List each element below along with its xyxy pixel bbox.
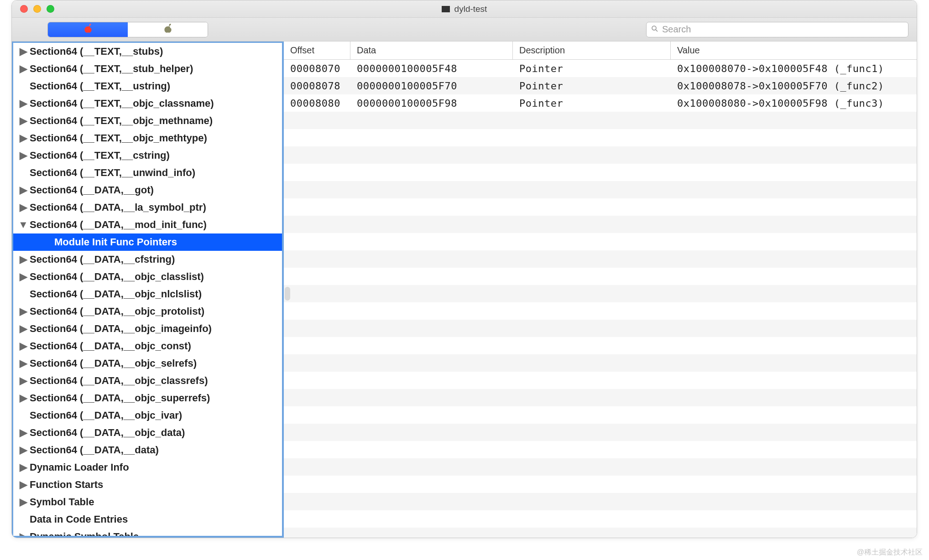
table-row-empty (284, 285, 917, 302)
table-row-empty (284, 389, 917, 406)
disclosure-right-icon[interactable]: ▶ (18, 341, 29, 351)
disclosure-right-icon[interactable]: ▶ (18, 324, 29, 334)
disclosure-right-icon[interactable]: ▶ (18, 185, 29, 195)
tree-item[interactable]: ▶Section64 (__DATA,__objc_selrefs) (13, 355, 282, 372)
tree-item[interactable]: ▼Section64 (__DATA,__mod_init_func) (13, 216, 282, 233)
disclosure-right-icon[interactable]: ▶ (18, 272, 29, 282)
disclosure-right-icon[interactable]: ▶ (18, 64, 29, 74)
tree-item-label: Data in Code Entries (29, 514, 128, 524)
tree-item-label: Section64 (__DATA,__objc_nlclslist) (29, 289, 202, 299)
disclosure-right-icon[interactable]: ▶ (18, 480, 29, 490)
table-row-empty (284, 268, 917, 285)
tree-item[interactable]: ▶Section64 (__DATA,__objc_nlclslist) (13, 285, 282, 303)
split-drag-handle[interactable] (285, 287, 290, 301)
disclosure-right-icon[interactable]: ▶ (18, 358, 29, 368)
zoom-icon[interactable] (47, 5, 54, 13)
disclosure-right-icon[interactable]: ▶ (18, 445, 29, 455)
table-row-empty (284, 320, 917, 337)
table-row-empty (284, 302, 917, 320)
window-title: dyld-test (12, 4, 917, 14)
col-header-description[interactable]: Description (513, 41, 671, 59)
table-row[interactable]: 000080700000000100005F48Pointer0x1000080… (284, 60, 917, 77)
tree-item[interactable]: ▶Section64 (__TEXT,__ustring) (13, 78, 282, 95)
table-row-empty (284, 354, 917, 372)
tree-item[interactable]: ▶Section64 (__DATA,__objc_imageinfo) (13, 320, 282, 337)
terminal-icon (442, 6, 450, 12)
tree-item[interactable]: ▶Section64 (__TEXT,__stubs) (13, 43, 282, 60)
tree-item-label: Section64 (__TEXT,__objc_classname) (29, 99, 214, 109)
view-mode-right[interactable] (128, 22, 208, 37)
tree-item[interactable]: ▶Section64 (__DATA,__objc_classlist) (13, 268, 282, 285)
tree-child-item[interactable]: ▶Module Init Func Pointers (13, 233, 282, 251)
disclosure-right-icon[interactable]: ▶ (18, 532, 29, 538)
disclosure-right-icon[interactable]: ▶ (18, 202, 29, 213)
search-icon (651, 25, 659, 35)
disclosure-right-icon[interactable]: ▶ (18, 462, 29, 472)
disclosure-right-icon[interactable]: ▶ (18, 376, 29, 386)
tree-item[interactable]: ▶Section64 (__DATA,__objc_classrefs) (13, 372, 282, 389)
minimize-icon[interactable] (33, 5, 41, 13)
close-icon[interactable] (20, 5, 28, 13)
tree-item-label: Section64 (__TEXT,__stub_helper) (29, 64, 193, 74)
cell-data: 0000000100005F48 (350, 63, 513, 74)
tree-item[interactable]: ▶Section64 (__DATA,__data) (13, 441, 282, 459)
body-split: ▶Section64 (__TEXT,__stubs)▶Section64 (_… (12, 41, 917, 538)
tree-item[interactable]: ▶Function Starts (13, 476, 282, 493)
tree-item[interactable]: ▶Section64 (__TEXT,__stub_helper) (13, 60, 282, 78)
disclosure-right-icon[interactable]: ▶ (18, 393, 29, 403)
tree-item[interactable]: ▶Section64 (__DATA,__la_symbol_ptr) (13, 199, 282, 216)
view-mode-left[interactable] (48, 22, 128, 37)
tree-item[interactable]: ▶Section64 (__TEXT,__objc_classname) (13, 95, 282, 112)
disclosure-right-icon[interactable]: ▶ (18, 428, 29, 438)
disclosure-right-icon[interactable]: ▶ (18, 133, 29, 143)
tree-item-label: Section64 (__DATA,__objc_const) (29, 341, 191, 351)
tree-item[interactable]: ▶Section64 (__DATA,__objc_superrefs) (13, 389, 282, 407)
disclosure-right-icon[interactable]: ▶ (18, 150, 29, 161)
apple-mono-icon (162, 22, 174, 37)
search-input[interactable] (646, 22, 908, 37)
cell-data: 0000000100005F98 (350, 98, 513, 109)
table-row-empty (284, 164, 917, 181)
table-row[interactable]: 000080800000000100005F98Pointer0x1000080… (284, 94, 917, 112)
table-row-empty (284, 216, 917, 233)
col-header-value[interactable]: Value (671, 41, 917, 59)
search-field-wrap (646, 22, 908, 37)
cell-value: 0x100008078->0x100005F70 (_func2) (671, 80, 917, 92)
tree-item[interactable]: ▶Section64 (__DATA,__objc_protolist) (13, 303, 282, 320)
tree-item[interactable]: ▶Symbol Table (13, 493, 282, 511)
cell-data: 0000000100005F70 (350, 80, 513, 92)
tree-item[interactable]: ▶Section64 (__DATA,__got) (13, 181, 282, 199)
tree-item[interactable]: ▶Section64 (__DATA,__cfstring) (13, 251, 282, 268)
disclosure-right-icon[interactable]: ▶ (18, 99, 29, 109)
svg-point-0 (652, 26, 656, 30)
tree-item-label: Section64 (__TEXT,__cstring) (29, 150, 170, 161)
tree-item[interactable]: ▶Section64 (__DATA,__objc_const) (13, 337, 282, 355)
tree-item[interactable]: ▶Section64 (__DATA,__objc_ivar) (13, 407, 282, 424)
table-row-empty (284, 510, 917, 528)
tree-item[interactable]: ▶Section64 (__DATA,__objc_data) (13, 424, 282, 441)
tree-item[interactable]: ▶Section64 (__TEXT,__cstring) (13, 147, 282, 164)
table-row-empty (284, 112, 917, 129)
tree-item[interactable]: ▶Dynamic Symbol Table (13, 528, 282, 538)
tree-item[interactable]: ▶Section64 (__TEXT,__objc_methname) (13, 112, 282, 130)
tree-item-label: Section64 (__DATA,__mod_init_func) (29, 220, 207, 230)
col-header-offset[interactable]: Offset (284, 41, 350, 59)
disclosure-right-icon[interactable]: ▶ (18, 47, 29, 57)
tree-item[interactable]: ▶Section64 (__TEXT,__objc_methtype) (13, 130, 282, 147)
tree-item-label: Section64 (__DATA,__objc_imageinfo) (29, 324, 212, 334)
table-row[interactable]: 000080780000000100005F70Pointer0x1000080… (284, 77, 917, 94)
tree-item[interactable]: ▶Data in Code Entries (13, 511, 282, 528)
col-header-data[interactable]: Data (350, 41, 513, 59)
tree-item[interactable]: ▶Dynamic Loader Info (13, 459, 282, 476)
disclosure-right-icon[interactable]: ▶ (18, 254, 29, 264)
disclosure-right-icon[interactable]: ▶ (18, 497, 29, 507)
window-title-text: dyld-test (454, 4, 487, 14)
disclosure-down-icon[interactable]: ▼ (18, 220, 29, 230)
tree-item[interactable]: ▶Section64 (__TEXT,__unwind_info) (13, 164, 282, 181)
tree-item-label: Symbol Table (29, 497, 94, 507)
sidebar[interactable]: ▶Section64 (__TEXT,__stubs)▶Section64 (_… (12, 41, 284, 538)
disclosure-right-icon[interactable]: ▶ (18, 116, 29, 126)
disclosure-right-icon[interactable]: ▶ (18, 306, 29, 316)
table-row-empty (284, 198, 917, 216)
table-row-empty (284, 129, 917, 146)
